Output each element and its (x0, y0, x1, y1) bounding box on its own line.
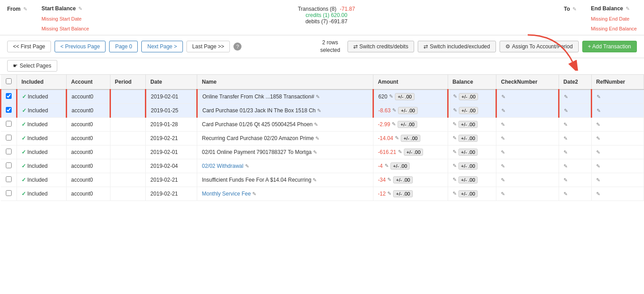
refnumber-cell: ✎ (592, 103, 644, 117)
checknumber-cell: ✎ (496, 159, 559, 173)
amount-plus-minus-btn[interactable]: +/- .00 (393, 176, 413, 183)
prev-page-button[interactable]: < Previous Page (55, 41, 106, 52)
end-balance-label: End Balance (591, 5, 623, 12)
date-cell: 2019-02-21 (146, 131, 197, 145)
row-checkbox-cell[interactable] (1, 159, 17, 173)
name-cell: 02/02 Withdrawal ✎ (197, 159, 373, 173)
balance-plus-minus-btn[interactable]: +/- .00 (458, 121, 478, 128)
period-cell (110, 159, 146, 173)
account-cell: account0 (66, 173, 110, 187)
date-column-header: Date (146, 75, 197, 89)
row-checkbox-cell[interactable] (1, 187, 17, 200)
amount-edit-icon[interactable]: ✎ (398, 149, 402, 155)
row-checkbox[interactable] (6, 149, 12, 154)
balance-edit-icon[interactable]: ✎ (453, 163, 457, 169)
balance-edit-icon[interactable]: ✎ (453, 94, 457, 99)
table-row: ✓ Includedaccount02019-01-25Card Purchas… (1, 103, 644, 117)
balance-plus-minus-btn[interactable]: +/- .00 (458, 176, 478, 183)
amount-edit-icon[interactable]: ✎ (389, 94, 393, 99)
included-cell: ✓ Included (17, 173, 67, 187)
row-checkbox[interactable] (6, 93, 12, 99)
date-cell: 2019-02-01 (146, 145, 197, 159)
name-cell: Insufficient Funds Fee For A $14.04 Recu… (197, 173, 373, 187)
missing-start-balance: Missing Start Balance (42, 26, 89, 31)
amount-cell: -14.04 ✎ +/- .00 (373, 131, 448, 145)
row-checkbox-cell[interactable] (1, 131, 17, 145)
select-all-checkbox[interactable] (6, 78, 12, 84)
row-checkbox-cell[interactable] (1, 89, 17, 104)
select-pages-button[interactable]: ☛ Select Pages (7, 60, 57, 72)
balance-plus-minus-btn[interactable]: +/- .00 (459, 93, 479, 100)
balance-edit-icon[interactable]: ✎ (453, 177, 457, 183)
balance-plus-minus-btn[interactable]: +/- .00 (458, 190, 478, 197)
amount-plus-minus-btn[interactable]: +/- .00 (404, 149, 424, 156)
row-checkbox[interactable] (6, 135, 12, 141)
included-cell: ✓ Included (17, 131, 67, 145)
balance-edit-icon[interactable]: ✎ (453, 121, 457, 127)
balance-edit-icon[interactable]: ✎ (453, 135, 457, 141)
row-checkbox[interactable] (6, 190, 12, 196)
row-checkbox[interactable] (6, 121, 12, 127)
transactions-label: Transactions (8) (298, 6, 336, 12)
amount-edit-icon[interactable]: ✎ (385, 163, 389, 169)
first-page-button[interactable]: << First Page (7, 41, 51, 52)
included-cell: ✓ Included (17, 89, 67, 104)
amount-plus-minus-btn[interactable]: +/- .00 (393, 190, 413, 197)
balance-edit-icon[interactable]: ✎ (453, 149, 457, 155)
row-checkbox-cell[interactable] (1, 173, 17, 187)
amount-plus-minus-btn[interactable]: +/- .00 (401, 135, 420, 142)
date-cell: 2019-01-25 (146, 103, 197, 117)
balance-plus-minus-btn[interactable]: +/- .00 (458, 162, 478, 170)
amount-plus-minus-btn[interactable]: +/- .00 (395, 93, 415, 100)
refnumber-cell: ✎ (592, 145, 644, 159)
row-checkbox[interactable] (6, 162, 12, 168)
date2-cell: ✎ (559, 89, 591, 104)
name-cell: Recurring Card Purchase 02/20 Amazon Pri… (197, 131, 373, 145)
period-cell (110, 145, 146, 159)
next-page-button[interactable]: Next Page > (141, 41, 182, 52)
switch-included-excluded-button[interactable]: ⇄ Switch included/excluded (418, 41, 496, 52)
refnumber-cell: ✎ (592, 89, 644, 104)
amount-edit-icon[interactable]: ✎ (387, 191, 391, 196)
balance-plus-minus-btn[interactable]: +/- .00 (459, 107, 479, 114)
period-cell (110, 89, 146, 104)
from-edit-icon[interactable]: ✎ (23, 6, 27, 12)
account-cell: account0 (66, 145, 110, 159)
balance-edit-icon[interactable]: ✎ (453, 191, 457, 196)
row-checkbox-cell[interactable] (1, 145, 17, 159)
name-cell: 02/01 Online Payment 7901788327 To Mortg… (197, 145, 373, 159)
to-edit-icon[interactable]: ✎ (572, 6, 576, 12)
row-checkbox-cell[interactable] (1, 117, 17, 131)
end-balance-edit-icon[interactable]: ✎ (626, 6, 630, 12)
start-balance-edit-icon[interactable]: ✎ (78, 6, 82, 12)
amount-edit-icon[interactable]: ✎ (395, 135, 399, 141)
balance-edit-icon[interactable]: ✎ (453, 107, 457, 113)
select-all-header[interactable] (1, 75, 17, 89)
balance-plus-minus-btn[interactable]: +/- .00 (458, 149, 478, 156)
table-row: ✓ Includedaccount02019-02-0402/02 Withdr… (1, 159, 644, 173)
switch-credits-debits-button[interactable]: ⇄ Switch credits/debits (347, 41, 414, 52)
amount-cell: -616.21 ✎ +/- .00 (373, 145, 448, 159)
amount-edit-icon[interactable]: ✎ (387, 177, 391, 183)
assign-icon: ⚙ (505, 43, 510, 50)
date2-column-header: Date2 (559, 75, 591, 89)
name-cell: Card Purchase 01/23 Jack IN The Box 1518… (197, 103, 373, 117)
add-transaction-button[interactable]: + Add Transaction (582, 41, 637, 52)
amount-plus-minus-btn[interactable]: +/- .00 (398, 107, 418, 114)
help-icon[interactable]: ? (233, 43, 242, 51)
refnumber-cell: ✎ (592, 117, 644, 131)
amount-plus-minus-btn[interactable]: +/- .00 (398, 121, 417, 128)
balance-cell: ✎ +/- .00 (448, 103, 496, 117)
row-checkbox-cell[interactable] (1, 103, 17, 117)
date-cell: 2019-02-04 (146, 159, 197, 173)
amount-plus-minus-btn[interactable]: +/- .00 (390, 162, 410, 170)
balance-plus-minus-btn[interactable]: +/- .00 (458, 135, 478, 142)
row-checkbox[interactable] (6, 176, 12, 182)
amount-edit-icon[interactable]: ✎ (392, 121, 396, 127)
assign-account-period-button[interactable]: ⚙ Assign To Account/Period (500, 41, 579, 52)
balance-cell: ✎ +/- .00 (448, 89, 496, 104)
last-page-button[interactable]: Last Page >> (186, 41, 230, 52)
row-checkbox[interactable] (6, 107, 12, 113)
transactions-table: Included Account Period Date Name Amount… (0, 75, 644, 201)
amount-edit-icon[interactable]: ✎ (392, 107, 396, 113)
